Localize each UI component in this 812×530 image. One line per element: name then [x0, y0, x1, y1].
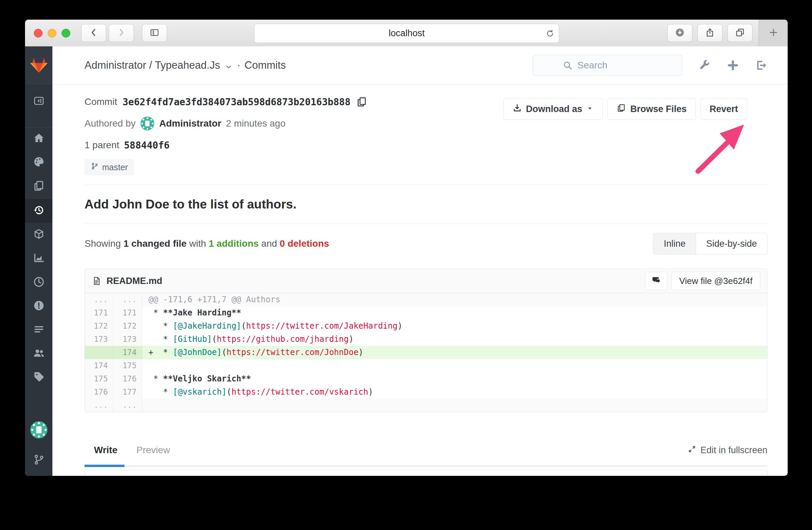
- line-number-new[interactable]: ...: [114, 293, 142, 306]
- sign-out-icon[interactable]: [755, 59, 767, 71]
- parent-sha-link[interactable]: 588440f6: [124, 140, 170, 151]
- sidebar-item-commits[interactable]: [25, 199, 53, 223]
- line-number-new[interactable]: 175: [114, 359, 142, 372]
- minimize-window-button[interactable]: [48, 29, 56, 38]
- code-segment: [GitHub]: [173, 334, 212, 344]
- code-segment: [@vskarich]: [173, 387, 227, 397]
- cube-icon: [33, 228, 45, 242]
- line-number-old[interactable]: 171: [85, 306, 114, 320]
- new-project-icon[interactable]: [727, 59, 739, 71]
- admin-wrench-icon[interactable]: [698, 59, 711, 71]
- sidebar-item-project-home[interactable]: [25, 129, 53, 148]
- copy-sha-icon[interactable]: [356, 96, 367, 108]
- line-number-old[interactable]: 176: [85, 386, 114, 399]
- line-number-new[interactable]: 177: [114, 386, 142, 399]
- tab-write[interactable]: Write: [85, 441, 127, 460]
- line-number-new[interactable]: 174: [114, 346, 142, 359]
- revert-button[interactable]: Revert: [700, 98, 747, 120]
- sidebar-item-builds[interactable]: [25, 225, 53, 245]
- browser-window: localhost Administrator / Typeahead.Js: [25, 19, 788, 476]
- code-line: * **Jake Harding**: [142, 306, 767, 320]
- author-name[interactable]: Administrator: [159, 118, 221, 129]
- side-by-side-view-button[interactable]: Side-by-side: [696, 233, 767, 254]
- history-icon: [33, 204, 45, 218]
- tab-preview[interactable]: Preview: [127, 441, 180, 460]
- line-number-old[interactable]: 172: [85, 320, 114, 333]
- view-file-button[interactable]: View file @3e62f4f: [671, 272, 760, 290]
- comment-editor-tabs: Write Preview Edit in fullscreen: [85, 441, 767, 460]
- sidebar-item-milestones[interactable]: [25, 273, 53, 292]
- sidebar-toggle-button[interactable]: [142, 24, 167, 42]
- comment-button[interactable]: [645, 272, 667, 290]
- commit-label: Commit: [85, 96, 117, 107]
- downloads-button[interactable]: [667, 24, 692, 42]
- edit-fullscreen-link[interactable]: Edit in fullscreen: [687, 445, 767, 456]
- parent-label: 1 parent: [85, 140, 119, 151]
- search-box[interactable]: [533, 55, 682, 76]
- line-number-old[interactable]: 173: [85, 333, 114, 346]
- zoom-window-button[interactable]: [61, 29, 70, 38]
- sidebar-item-profile[interactable]: [25, 421, 53, 440]
- reload-icon[interactable]: [545, 29, 555, 38]
- caret-down-icon: [586, 104, 594, 114]
- close-window-button[interactable]: [34, 29, 43, 38]
- code-segment: https://twitter.com/JakeHarding: [246, 321, 397, 331]
- diff-filename[interactable]: README.md: [106, 276, 162, 286]
- download-as-label: Download as: [526, 104, 582, 114]
- sidebar-item-members[interactable]: [25, 344, 53, 363]
- download-as-button[interactable]: Download as: [503, 98, 603, 120]
- diff-card: README.md View file @3e62f4f ......@@ -1…: [85, 269, 767, 412]
- forward-button[interactable]: [109, 24, 134, 42]
- sidebar-item-collapse[interactable]: [25, 92, 53, 111]
- line-number-old[interactable]: ...: [85, 293, 114, 306]
- sidebar-item-branches[interactable]: [25, 451, 53, 470]
- line-number-new[interactable]: ...: [114, 399, 142, 412]
- code-segment: *: [148, 321, 173, 331]
- back-button[interactable]: [81, 24, 106, 42]
- inline-view-button[interactable]: Inline: [653, 233, 696, 254]
- branch-badge[interactable]: master: [85, 159, 134, 175]
- diff-row: 175176 * **Veljko Skarich**: [85, 372, 767, 386]
- line-number-new[interactable]: 172: [114, 320, 142, 333]
- code-line: * **Veljko Skarich**: [142, 372, 767, 386]
- diff-row: 171171 * **Jake Harding**: [85, 306, 767, 320]
- sidebar-item-labels[interactable]: [25, 368, 53, 387]
- browse-files-label: Browse Files: [630, 104, 686, 114]
- sidebar-item-issues[interactable]: [25, 297, 53, 316]
- sidebar-item-activity[interactable]: [25, 153, 53, 172]
- line-number-old[interactable]: [85, 346, 114, 359]
- line-number-old[interactable]: ...: [85, 399, 114, 412]
- branch-icon: [91, 162, 99, 172]
- sidebar-item-merge-requests[interactable]: [25, 321, 53, 339]
- page-title: Commits: [244, 59, 286, 71]
- browse-files-button[interactable]: Browse Files: [608, 98, 696, 120]
- tab-overview-button[interactable]: [727, 24, 753, 42]
- address-bar[interactable]: localhost: [254, 24, 559, 43]
- line-number-new[interactable]: 176: [114, 372, 142, 386]
- line-number-new[interactable]: 171: [114, 306, 142, 320]
- breadcrumb[interactable]: Administrator / Typeahead.Js: [85, 59, 220, 71]
- code-segment: (: [212, 334, 217, 344]
- comment-textarea[interactable]: [85, 470, 767, 476]
- code-line: [142, 359, 767, 372]
- sidebar-item-files[interactable]: [25, 177, 53, 196]
- share-button[interactable]: [697, 24, 722, 42]
- code-segment: **Jake Harding**: [163, 308, 241, 318]
- browser-toolbar: localhost: [25, 19, 788, 47]
- gitlab-logo[interactable]: [25, 46, 53, 85]
- chevron-down-icon[interactable]: [224, 62, 233, 71]
- branch-name: master: [102, 163, 128, 172]
- code-segment: ): [349, 334, 353, 344]
- line-number-old[interactable]: 174: [85, 359, 114, 372]
- search-input[interactable]: [577, 59, 652, 71]
- gitlab-fox-icon: [30, 57, 48, 75]
- line-number-new[interactable]: 173: [114, 333, 142, 346]
- sidebar-item-graphs[interactable]: [25, 249, 53, 268]
- clock-icon: [33, 276, 45, 289]
- code-segment: (: [227, 387, 231, 397]
- tabs-rule: [85, 466, 767, 466]
- chart-icon: [33, 252, 45, 265]
- new-tab-button[interactable]: [758, 19, 788, 46]
- line-number-old[interactable]: 175: [85, 372, 114, 386]
- code-segment: [@JohnDoe]: [173, 348, 222, 357]
